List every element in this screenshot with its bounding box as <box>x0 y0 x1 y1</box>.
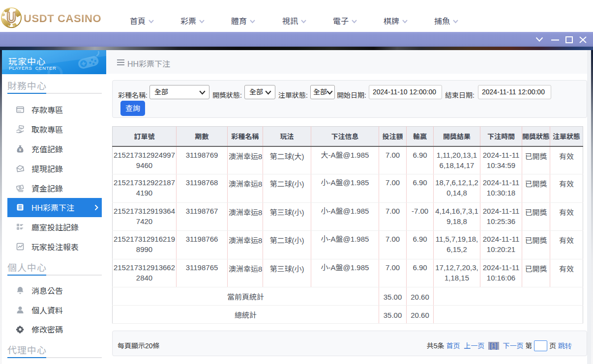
svg-text:Casino: Casino <box>8 25 15 27</box>
svg-text:¥: ¥ <box>19 147 22 152</box>
